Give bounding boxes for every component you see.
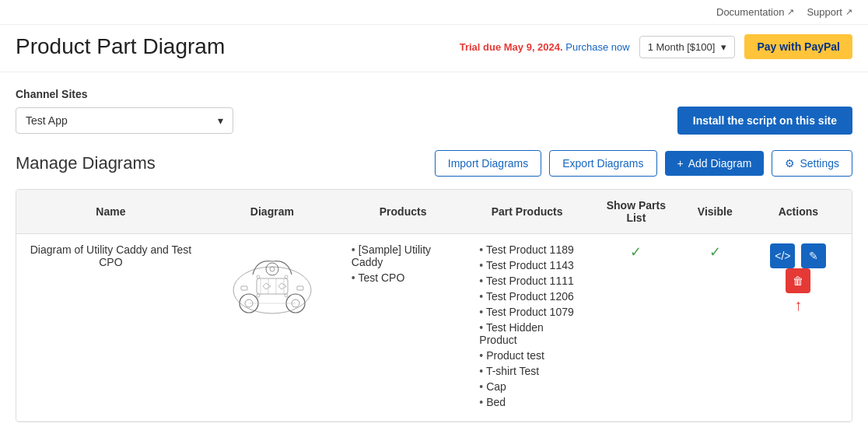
col-products: Products — [339, 190, 467, 234]
col-visible: Visible — [685, 190, 745, 234]
edit-button[interactable]: ✎ — [801, 243, 826, 268]
svg-point-18 — [285, 294, 288, 297]
svg-rect-5 — [257, 278, 288, 294]
svg-rect-14 — [297, 286, 303, 290]
code-button[interactable]: </> — [770, 243, 795, 268]
page-title: Product Part Diagram — [16, 34, 225, 59]
top-bar: Documentation ↗ Support ↗ — [0, 0, 868, 25]
row-actions: </> ✎ 🗑 ↑ — [745, 234, 852, 422]
svg-point-15 — [257, 275, 260, 278]
diagram-name: Diagram of Utility Caddy and Test CPO — [30, 243, 192, 268]
delete-button[interactable]: 🗑 — [786, 268, 810, 293]
row-diagram — [205, 234, 339, 422]
table-body: Diagram of Utility Caddy and Test CPO — [16, 234, 852, 422]
support-label: Support — [807, 6, 842, 18]
channel-select[interactable]: Test App ▾ — [16, 107, 233, 134]
content: Channel Sites Test App ▾ Install the scr… — [0, 72, 868, 438]
diagrams-table: Name Diagram Products Part Products Show… — [16, 190, 852, 422]
channel-row: Test App ▾ Install the script on this si… — [16, 107, 852, 135]
visible-checkmark: ✓ — [709, 244, 721, 260]
channel-label: Channel Sites — [16, 88, 852, 100]
trial-date: May 9, 2024. — [504, 41, 563, 53]
svg-point-10 — [266, 263, 278, 275]
external-icon2: ↗ — [845, 7, 852, 17]
svg-point-16 — [285, 275, 288, 278]
header: Product Part Diagram Trial due May 9, 20… — [0, 25, 868, 72]
import-label: Import Diagrams — [448, 157, 528, 170]
purchase-link[interactable]: Purchase now — [565, 41, 629, 53]
show-parts-checkmark: ✓ — [630, 244, 642, 260]
col-name: Name — [16, 190, 205, 234]
install-label: Install the script on this site — [693, 114, 837, 127]
list-item: Product test — [479, 349, 575, 362]
export-diagrams-button[interactable]: Export Diagrams — [549, 150, 656, 177]
svg-point-11 — [270, 267, 275, 271]
list-item: Test Product 1111 — [479, 275, 575, 287]
channel-section: Channel Sites Test App ▾ Install the scr… — [16, 88, 852, 135]
gear-icon: ⚙ — [785, 157, 795, 170]
svg-point-17 — [257, 294, 260, 297]
list-item: T-shirt Test — [479, 365, 575, 377]
external-icon: ↗ — [787, 7, 794, 17]
settings-label: Settings — [800, 157, 839, 170]
list-item: Test CPO — [352, 271, 454, 284]
trial-info: Trial due May 9, 2024. Purchase now — [460, 41, 630, 53]
diagram-svg — [218, 247, 327, 325]
col-actions: Actions — [745, 190, 852, 234]
part-products-list: Test Product 1189 Test Product 1143 Test… — [479, 243, 575, 408]
manage-title: Manage Diagrams — [16, 153, 156, 173]
list-item: Test Hidden Product — [479, 321, 575, 346]
diagram-image — [218, 243, 327, 329]
row-visible: ✓ — [685, 234, 745, 422]
pay-label: Pay with PayPal — [757, 40, 840, 53]
plan-label: 1 Month [$100] — [648, 41, 716, 53]
manage-actions: Import Diagrams Export Diagrams + Add Di… — [435, 150, 852, 177]
support-link[interactable]: Support ↗ — [807, 6, 852, 18]
add-diagram-button[interactable]: + Add Diagram — [665, 151, 765, 176]
pay-button[interactable]: Pay with PayPal — [744, 34, 852, 59]
list-item: Bed — [479, 396, 575, 408]
add-label: Add Diagram — [688, 157, 752, 170]
products-list: [Sample] Utility Caddy Test CPO — [352, 243, 454, 284]
row-show-parts: ✓ — [587, 234, 685, 422]
col-diagram: Diagram — [205, 190, 339, 234]
install-script-button[interactable]: Install the script on this site — [677, 107, 852, 135]
row-part-products: Test Product 1189 Test Product 1143 Test… — [467, 234, 587, 422]
diagrams-table-wrapper: Name Diagram Products Part Products Show… — [16, 189, 852, 422]
list-item: Test Product 1143 — [479, 259, 575, 271]
col-part-products: Part Products — [467, 190, 587, 234]
list-item: Test Product 1189 — [479, 243, 575, 256]
list-item: [Sample] Utility Caddy — [352, 243, 454, 268]
channel-selected-value: Test App — [26, 114, 68, 127]
list-item: Test Product 1079 — [479, 306, 575, 318]
documentation-label: Documentation — [716, 6, 784, 18]
table-header: Name Diagram Products Part Products Show… — [16, 190, 852, 234]
list-item: Test Product 1206 — [479, 290, 575, 303]
chevron-down-icon2: ▾ — [218, 114, 223, 127]
chevron-down-icon: ▾ — [721, 41, 726, 53]
arrow-up-icon: ↑ — [758, 296, 839, 314]
row-products: [Sample] Utility Caddy Test CPO — [339, 234, 467, 422]
trial-text-static: Trial due — [460, 41, 501, 53]
documentation-link[interactable]: Documentation ↗ — [716, 6, 794, 18]
settings-button[interactable]: ⚙ Settings — [772, 150, 852, 177]
table-row: Diagram of Utility Caddy and Test CPO — [16, 234, 852, 422]
plan-selector[interactable]: 1 Month [$100] ▾ — [639, 36, 736, 58]
import-diagrams-button[interactable]: Import Diagrams — [435, 150, 541, 177]
plus-icon: + — [677, 157, 684, 170]
svg-rect-13 — [241, 286, 247, 290]
manage-header: Manage Diagrams Import Diagrams Export D… — [16, 150, 852, 177]
list-item: Cap — [479, 380, 575, 393]
col-show-parts: Show Parts List — [587, 190, 685, 234]
header-right: Trial due May 9, 2024. Purchase now 1 Mo… — [460, 34, 852, 59]
export-label: Export Diagrams — [562, 157, 643, 170]
row-name: Diagram of Utility Caddy and Test CPO — [16, 234, 205, 422]
